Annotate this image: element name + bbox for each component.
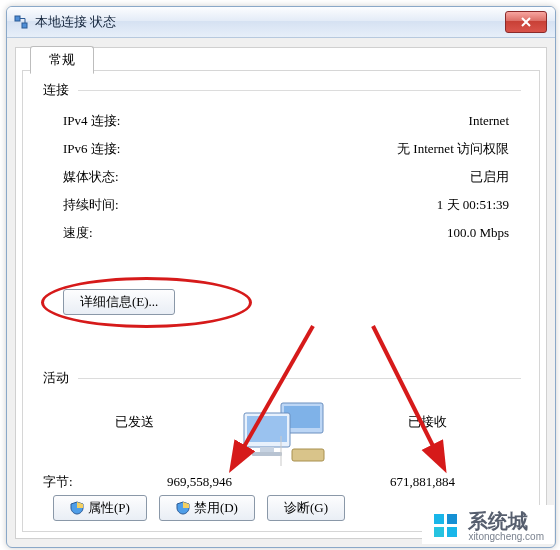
bytes-label: 字节: bbox=[43, 473, 103, 491]
network-icon bbox=[13, 14, 29, 30]
duration-label: 持续时间: bbox=[63, 196, 119, 214]
ipv6-label: IPv6 连接: bbox=[63, 140, 120, 158]
svg-rect-8 bbox=[292, 449, 324, 461]
bottom-button-row: 属性(P) 禁用(D) 诊断(G) bbox=[53, 495, 345, 521]
svg-rect-7 bbox=[252, 452, 282, 456]
watermark-logo-icon bbox=[432, 512, 462, 542]
status-window: 本地连接 状态 常规 连接 IPv4 连接: Internet IPv6 连接:… bbox=[6, 6, 556, 548]
close-button[interactable] bbox=[505, 11, 547, 33]
disable-label: 禁用(D) bbox=[194, 499, 238, 517]
media-label: 媒体状态: bbox=[63, 168, 119, 186]
diagnose-label: 诊断(G) bbox=[284, 499, 328, 517]
divider bbox=[78, 378, 521, 379]
properties-label: 属性(P) bbox=[88, 499, 130, 517]
svg-line-11 bbox=[373, 326, 443, 466]
close-icon bbox=[521, 17, 531, 27]
media-value: 已启用 bbox=[470, 168, 509, 186]
bytes-sent: 969,558,946 bbox=[103, 474, 296, 490]
duration-value: 1 天 00:51:39 bbox=[437, 196, 509, 214]
row-media: 媒体状态: 已启用 bbox=[63, 167, 509, 187]
tab-panel: 连接 IPv4 连接: Internet IPv6 连接: 无 Internet… bbox=[22, 70, 540, 532]
details-button[interactable]: 详细信息(E)... bbox=[63, 289, 175, 315]
watermark-brand: 系统城 bbox=[468, 511, 544, 531]
group-connection-label: 连接 bbox=[41, 81, 71, 99]
svg-rect-14 bbox=[434, 527, 444, 537]
sent-label: 已发送 bbox=[43, 413, 226, 431]
diagnose-button[interactable]: 诊断(G) bbox=[267, 495, 345, 521]
watermark: 系统城 xitongcheng.com bbox=[422, 505, 554, 544]
tab-general[interactable]: 常规 bbox=[30, 46, 94, 74]
svg-rect-13 bbox=[447, 514, 457, 524]
ipv6-value: 无 Internet 访问权限 bbox=[397, 140, 509, 158]
divider bbox=[78, 90, 521, 91]
window-title: 本地连接 状态 bbox=[35, 13, 116, 31]
ipv4-value: Internet bbox=[469, 113, 509, 129]
svg-rect-12 bbox=[434, 514, 444, 524]
ipv4-label: IPv4 连接: bbox=[63, 112, 120, 130]
shield-icon bbox=[176, 501, 190, 515]
row-ipv6: IPv6 连接: 无 Internet 访问权限 bbox=[63, 139, 509, 159]
recv-label: 已接收 bbox=[336, 413, 519, 431]
speed-value: 100.0 Mbps bbox=[447, 225, 509, 241]
activity-bytes-row: 字节: 969,558,946 671,881,884 bbox=[43, 473, 519, 491]
svg-rect-15 bbox=[447, 527, 457, 537]
row-speed: 速度: 100.0 Mbps bbox=[63, 223, 509, 243]
annotation-arrow-right bbox=[363, 321, 483, 481]
client-area: 常规 连接 IPv4 连接: Internet IPv6 连接: 无 Inter… bbox=[15, 47, 547, 539]
titlebar: 本地连接 状态 bbox=[7, 7, 555, 38]
svg-rect-6 bbox=[260, 447, 274, 452]
speed-label: 速度: bbox=[63, 224, 93, 242]
properties-button[interactable]: 属性(P) bbox=[53, 495, 147, 521]
activity-icon bbox=[226, 401, 336, 471]
row-duration: 持续时间: 1 天 00:51:39 bbox=[63, 195, 509, 215]
shield-icon bbox=[70, 501, 84, 515]
svg-rect-0 bbox=[15, 16, 20, 21]
watermark-url: xitongcheng.com bbox=[468, 531, 544, 542]
row-ipv4: IPv4 连接: Internet bbox=[63, 111, 509, 131]
svg-rect-1 bbox=[22, 23, 27, 28]
group-activity-label: 活动 bbox=[41, 369, 71, 387]
disable-button[interactable]: 禁用(D) bbox=[159, 495, 255, 521]
bytes-recv: 671,881,884 bbox=[326, 474, 519, 490]
